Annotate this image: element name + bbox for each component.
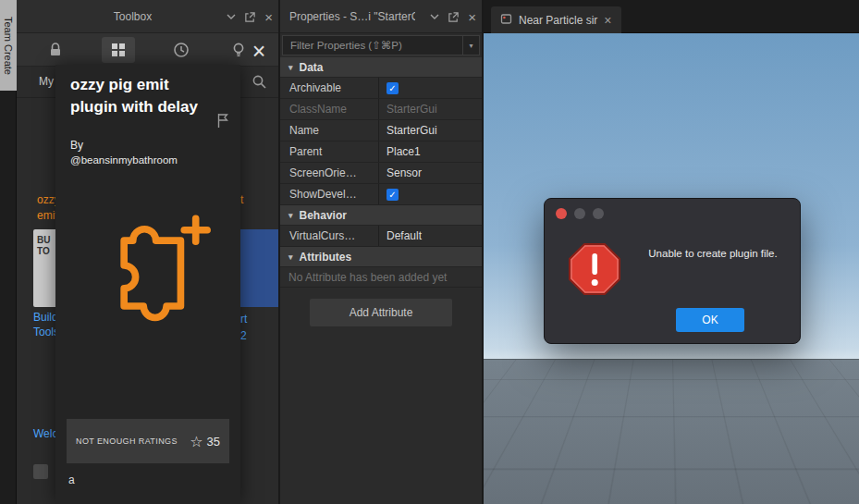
property-row-virtualcursormode: VirtualCurs… Default — [280, 226, 482, 247]
toolbox-title: Toolbox — [54, 0, 212, 33]
result-fragment-right-mid2[interactable]: 2 — [240, 329, 247, 342]
plugin-by-label: By — [70, 139, 83, 152]
property-value[interactable]: Default — [379, 226, 482, 246]
section-label: Attributes — [300, 251, 352, 264]
property-name: Archivable — [280, 78, 379, 98]
property-value[interactable]: Sensor — [379, 163, 482, 183]
lock-icon[interactable] — [39, 37, 72, 63]
property-value[interactable]: Place1 — [379, 141, 482, 162]
roblox-studio-window: Team Create Toolbox × — [0, 0, 859, 504]
properties-header: Properties - S…i "StarterGui" × — [280, 0, 482, 33]
search-input[interactable]: My — [39, 75, 54, 88]
baseplate — [484, 359, 859, 504]
section-collapse-icon: ▾ — [288, 211, 293, 220]
property-name: ShowDevel… — [280, 184, 379, 204]
property-row-archivable: Archivable — [280, 78, 482, 99]
plugin-detail-overlay: ozzy pig emit plugin with delay By @bean… — [55, 65, 240, 504]
popout-icon[interactable] — [244, 11, 256, 23]
checkbox-checked[interactable] — [387, 189, 399, 201]
close-icon[interactable]: × — [468, 10, 476, 24]
section-collapse-icon: ▾ — [288, 63, 293, 72]
close-window-button[interactable] — [556, 208, 567, 219]
zoom-window-button[interactable] — [593, 208, 604, 219]
properties-panel: Properties - S…i "StarterGui" × Filter P… — [280, 0, 484, 504]
3d-viewport[interactable]: Unable to create plugin file. OK — [484, 33, 859, 504]
place-icon — [500, 13, 512, 28]
close-icon[interactable]: × — [264, 10, 273, 24]
plugin-puzzle-icon — [81, 203, 215, 330]
toolbox-toolbar — [17, 33, 278, 67]
viewport-tab-bar: Near Particle sir × — [484, 0, 859, 33]
section-data[interactable]: ▾ Data — [280, 57, 482, 78]
popout-icon[interactable] — [448, 11, 460, 23]
result-fragment-right-top[interactable]: t — [240, 193, 243, 206]
error-stop-icon — [569, 243, 620, 298]
star-icon: ☆ — [190, 433, 202, 450]
overlay-close-icon[interactable]: × — [247, 39, 271, 63]
section-behavior[interactable]: ▾ Behavior — [280, 205, 482, 226]
error-message: Unable to create plugin file. — [633, 247, 792, 261]
clock-icon[interactable] — [165, 37, 198, 63]
rating-bar: NOT ENOUGH RATINGS ☆ 35 — [67, 419, 229, 463]
property-value[interactable]: StarterGui — [379, 120, 482, 141]
toolbox-header-icons: × — [227, 0, 273, 33]
properties-header-icons: × — [430, 0, 476, 33]
result-fragment-right-mid1[interactable]: rt — [240, 313, 247, 326]
section-collapse-icon: ▾ — [288, 252, 293, 262]
minimize-window-button[interactable] — [574, 208, 585, 219]
window-controls — [556, 208, 604, 219]
team-create-tab[interactable]: Team Create — [0, 0, 17, 91]
error-dialog: Unable to create plugin file. OK — [544, 198, 801, 344]
chevron-down-icon[interactable] — [430, 13, 439, 20]
checkbox-checked[interactable] — [387, 82, 399, 94]
properties-title: Properties - S…i "StarterGui" — [289, 0, 415, 33]
ok-button[interactable]: OK — [676, 308, 744, 332]
rating-label: NOT ENOUGH RATINGS — [76, 436, 190, 446]
section-label: Data — [300, 61, 324, 74]
property-value: StarterGui — [379, 99, 482, 119]
no-attribute-row: No Attribute has been added yet — [280, 267, 482, 288]
property-name: ClassName — [280, 99, 379, 119]
plugin-title: ozzy pig emit plugin with delay — [70, 74, 211, 118]
tab-label: Near Particle sir — [519, 14, 597, 27]
add-attribute-button[interactable]: Add Attribute — [310, 299, 452, 326]
add-attribute-row: Add Attribute — [280, 288, 482, 326]
property-value[interactable] — [379, 184, 482, 204]
plugin-author[interactable]: @beansinmybathroom — [70, 154, 178, 166]
chevron-down-icon[interactable] — [227, 13, 236, 20]
viewport-area: Near Particle sir × — [484, 0, 859, 504]
left-dock-strip: Team Create — [0, 0, 17, 504]
tab-near-particle[interactable]: Near Particle sir × — [491, 6, 621, 33]
section-attributes[interactable]: ▾ Attributes — [280, 247, 482, 267]
rating-count: 35 — [207, 435, 220, 449]
toolbox-panel: Toolbox × — [17, 0, 280, 504]
tab-close-icon[interactable]: × — [604, 14, 611, 27]
property-value[interactable] — [379, 78, 482, 98]
plugin-description-text: a — [68, 473, 75, 486]
property-row-name: Name StarterGui — [280, 120, 482, 141]
property-row-screenorientation: ScreenOrie… Sensor — [280, 163, 482, 184]
property-name: VirtualCurs… — [280, 226, 379, 246]
filter-dropdown-button[interactable]: ▾ — [462, 36, 479, 55]
property-row-parent: Parent Place1 — [280, 141, 482, 163]
property-row-showdevelopmentgui: ShowDevel… — [280, 184, 482, 205]
property-name: Parent — [280, 141, 379, 162]
section-label: Behavior — [300, 209, 347, 222]
filter-placeholder: Filter Properties (⇧⌘P) — [283, 39, 462, 52]
team-create-label: Team Create — [3, 17, 14, 75]
flag-icon[interactable] — [216, 113, 229, 131]
filter-properties-input[interactable]: Filter Properties (⇧⌘P) ▾ — [282, 35, 480, 55]
search-icon[interactable] — [252, 74, 267, 92]
result-mini-thumbnail[interactable] — [33, 464, 48, 479]
property-name: ScreenOrie… — [280, 163, 379, 183]
grid-view-icon[interactable] — [102, 37, 135, 63]
property-row-classname: ClassName StarterGui — [280, 99, 482, 120]
property-name: Name — [280, 120, 379, 141]
toolbox-header: Toolbox × — [17, 0, 278, 33]
